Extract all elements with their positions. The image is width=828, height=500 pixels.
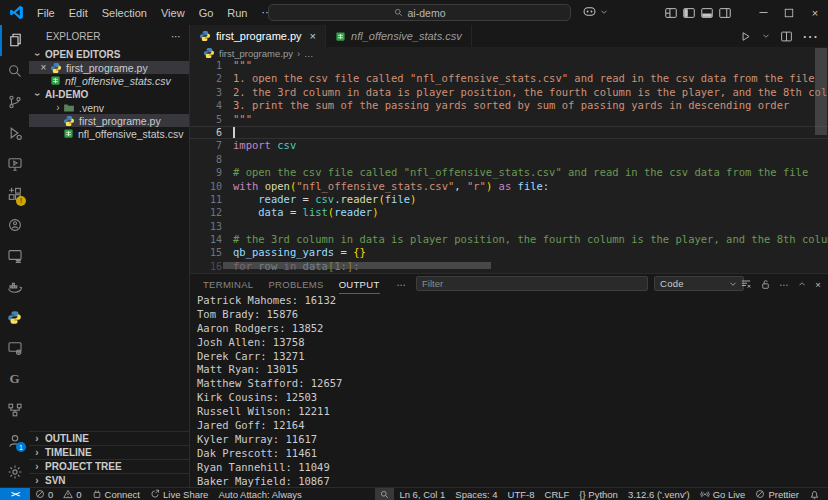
eol[interactable]: CRLF bbox=[540, 488, 575, 500]
activity-source-control[interactable] bbox=[0, 87, 29, 118]
minimize-button[interactable] bbox=[750, 0, 776, 25]
menu-item-selection[interactable]: Selection bbox=[95, 5, 154, 21]
code-editor[interactable]: 1"""21. open the csv file called "nfl_of… bbox=[190, 59, 828, 273]
breadcrumb-more[interactable]: … bbox=[304, 48, 314, 59]
panel-tab-terminal[interactable]: TERMINAL bbox=[203, 274, 253, 294]
menu-item-edit[interactable]: Edit bbox=[62, 5, 95, 21]
code-line-3[interactable]: 32. the 3rd column in data is player pos… bbox=[190, 86, 828, 99]
play-button[interactable] bbox=[739, 30, 752, 43]
code-line-9[interactable]: 9# open the csv file called "nfl_offensi… bbox=[190, 166, 828, 179]
toggle-secondary-sidebar-button[interactable] bbox=[716, 0, 734, 25]
activity-live-preview[interactable] bbox=[0, 148, 29, 179]
python-interpreter[interactable]: 3.12.6 ('.venv') bbox=[623, 488, 695, 500]
activity-run-debug[interactable] bbox=[0, 117, 29, 148]
layout-customize-button[interactable] bbox=[662, 0, 680, 25]
code-line-14[interactable]: 14# the 3rd column in data is player pos… bbox=[190, 233, 828, 246]
command-center-search[interactable]: ai-demo bbox=[268, 4, 571, 21]
go-live[interactable]: Go Live bbox=[695, 488, 751, 500]
activity-docker[interactable] bbox=[0, 271, 29, 302]
code-line-1[interactable]: 1""" bbox=[190, 59, 828, 72]
close-button[interactable]: × bbox=[815, 279, 821, 290]
notifications[interactable] bbox=[804, 488, 825, 500]
editor-horizontal-scrollbar[interactable] bbox=[223, 262, 491, 269]
code-line-15[interactable]: 15qb_passing_yards = {} bbox=[190, 246, 828, 259]
open-editor-nfl_offensive_stats.csv[interactable]: nfl_offensive_stats.csv bbox=[29, 74, 189, 87]
encoding[interactable]: UTF-8 bbox=[503, 488, 540, 500]
prettier[interactable]: Prettier bbox=[750, 488, 804, 500]
line-number: 11 bbox=[190, 193, 222, 206]
tab-nfl_offensive_stats.csv[interactable]: nfl_offensive_stats.csv bbox=[326, 25, 472, 47]
activity-sqltools[interactable] bbox=[0, 241, 29, 272]
section-timeline[interactable]: ›TIMELINE bbox=[29, 445, 189, 459]
toggle-panel-button[interactable] bbox=[698, 0, 716, 25]
tab-first_programe.py[interactable]: first_programe.py× bbox=[190, 25, 326, 47]
close-tab-icon[interactable]: × bbox=[310, 30, 316, 42]
tree-item-nfl_offensive_stats.csv[interactable]: nfl_offensive_stats.csv bbox=[29, 127, 189, 140]
activity-remote-explorer[interactable] bbox=[0, 333, 29, 364]
maximize-button[interactable] bbox=[776, 0, 802, 25]
activity-gitlens[interactable]: G bbox=[0, 364, 29, 395]
language-mode[interactable]: {} Python bbox=[574, 488, 623, 500]
activity-search[interactable] bbox=[0, 56, 29, 87]
indentation[interactable]: Spaces: 4 bbox=[450, 488, 502, 500]
output-line: Matt Ryan: 13015 bbox=[197, 363, 828, 377]
remote-indicator[interactable]: >< bbox=[0, 488, 30, 500]
code-line-4[interactable]: 43. print the sum of the passing yards s… bbox=[190, 99, 828, 112]
section-workspace[interactable]: ›AI-DEMO bbox=[29, 87, 189, 101]
editor-vertical-scrollbar[interactable] bbox=[815, 48, 827, 135]
toggle-primary-sidebar-button[interactable] bbox=[680, 0, 698, 25]
section-outline[interactable]: ›OUTLINE bbox=[29, 431, 189, 445]
copilot-menu[interactable] bbox=[582, 4, 609, 19]
section-project-tree[interactable]: ›PROJECT TREE bbox=[29, 459, 189, 473]
ellipsis-button[interactable]: ⋯ bbox=[779, 279, 789, 290]
more-actions-icon[interactable]: ⋯ bbox=[171, 31, 181, 42]
chevron-up-button[interactable] bbox=[797, 279, 807, 289]
auto-attach[interactable]: Auto Attach: Always bbox=[213, 488, 306, 500]
output-filter-input[interactable] bbox=[416, 276, 648, 291]
code-line-13[interactable]: 13 bbox=[190, 220, 828, 233]
code-line-10[interactable]: 10with open("nfl_offensive_stats.csv", "… bbox=[190, 180, 828, 193]
tree-item-first_programe.py[interactable]: first_programe.py bbox=[29, 114, 189, 127]
code-line-5[interactable]: 5""" bbox=[190, 113, 828, 126]
clear-output-button[interactable] bbox=[740, 278, 752, 290]
activity-settings[interactable] bbox=[0, 456, 29, 487]
output-console[interactable]: Patrick Mahomes: 16132Tom Brady: 15876Aa… bbox=[190, 294, 828, 487]
tree-item-.venv[interactable]: ›.venv bbox=[29, 101, 189, 114]
panel-more-icon[interactable]: ⋯ bbox=[397, 279, 407, 290]
code-line-7[interactable]: 7import csv bbox=[190, 139, 828, 152]
split-editor-button[interactable] bbox=[780, 30, 793, 43]
ellipsis-button[interactable]: ⋯ bbox=[802, 27, 818, 46]
errors-count[interactable]: 0 bbox=[30, 488, 58, 500]
activity-extensions[interactable]: ! bbox=[0, 179, 29, 210]
panel-tab-output[interactable]: OUTPUT bbox=[339, 274, 380, 294]
activity-accounts[interactable]: 1 bbox=[0, 425, 29, 456]
code-line-8[interactable]: 8 bbox=[190, 153, 828, 166]
activity-python[interactable] bbox=[0, 302, 29, 333]
output-channel-select[interactable]: Code bbox=[654, 276, 744, 291]
close-button[interactable]: × bbox=[802, 0, 828, 25]
open-editor-first_programe.py[interactable]: ×first_programe.py bbox=[29, 61, 189, 74]
code-line-12[interactable]: 12 data = list(reader) bbox=[190, 206, 828, 219]
code-line-2[interactable]: 21. open the csv file called "nfl_offens… bbox=[190, 72, 828, 85]
menu-item-file[interactable]: File bbox=[30, 5, 62, 21]
warnings-count[interactable]: 0 bbox=[58, 488, 86, 500]
breadcrumb-file[interactable]: first_programe.py bbox=[219, 48, 293, 59]
activity-organization[interactable] bbox=[0, 210, 29, 241]
unlock-button[interactable] bbox=[760, 279, 771, 290]
section-open-editors[interactable]: ›OPEN EDITORS bbox=[29, 47, 189, 61]
connect[interactable]: Connect bbox=[87, 488, 145, 500]
activity-project-manager[interactable] bbox=[0, 395, 29, 426]
panel-tab-problems[interactable]: PROBLEMS bbox=[268, 274, 323, 294]
section-svn[interactable]: ›SVN bbox=[29, 473, 189, 487]
activity-explorer[interactable] bbox=[0, 25, 29, 56]
close-editor-icon[interactable]: × bbox=[37, 62, 50, 73]
menu-item-view[interactable]: View bbox=[154, 5, 192, 21]
zoom-indicator[interactable] bbox=[375, 488, 394, 500]
live-share[interactable]: Live Share bbox=[145, 488, 213, 500]
menu-item-go[interactable]: Go bbox=[192, 5, 221, 21]
cursor-position[interactable]: Ln 6, Col 1 bbox=[394, 488, 450, 500]
code-line-11[interactable]: 11 reader = csv.reader(file) bbox=[190, 193, 828, 206]
code-line-6[interactable]: 6 bbox=[190, 126, 828, 139]
chevron-down-button[interactable] bbox=[761, 31, 771, 41]
menu-item-run[interactable]: Run bbox=[220, 5, 254, 21]
